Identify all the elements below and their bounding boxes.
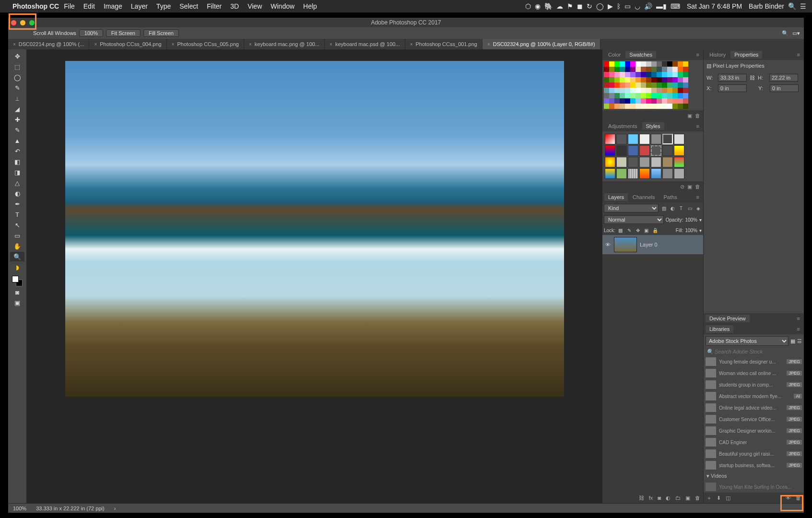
menu-3d[interactable]: 3D xyxy=(230,2,239,10)
document-tab[interactable]: ×keyboard mac.psd @ 100... xyxy=(325,39,405,49)
style-swatch[interactable] xyxy=(628,134,638,144)
library-item[interactable]: Graphic Designer workin...JPEG xyxy=(704,425,804,436)
filter-pixel-icon[interactable]: ▧ xyxy=(660,205,667,212)
x-value[interactable]: 0 in xyxy=(718,84,747,92)
list-view-icon[interactable]: ☰ xyxy=(797,338,802,344)
swatch[interactable] xyxy=(630,67,635,72)
menubar-datetime[interactable]: Sat Jan 7 6:48 PM xyxy=(687,2,742,10)
swatch[interactable] xyxy=(662,61,667,67)
new-layer-icon[interactable]: ▣ xyxy=(685,495,690,501)
height-value[interactable]: 22.22 in xyxy=(769,74,798,82)
delete-swatch-icon[interactable]: 🗑 xyxy=(695,113,700,118)
swatch[interactable] xyxy=(667,98,672,104)
style-swatch[interactable] xyxy=(616,168,627,179)
close-icon[interactable]: × xyxy=(410,42,413,47)
zoom-input[interactable]: 100% xyxy=(79,29,103,37)
swatch[interactable] xyxy=(614,61,620,67)
swatch[interactable] xyxy=(662,77,667,82)
quick-mask-icon[interactable]: ◙ xyxy=(10,287,24,297)
swatch[interactable] xyxy=(641,93,646,98)
battery-icon[interactable]: ▬▮ xyxy=(656,2,667,10)
panel-menu-icon[interactable]: ≡ xyxy=(795,316,802,321)
swatch[interactable] xyxy=(604,104,609,109)
document-tab[interactable]: ×Photoshop CCss_001.png xyxy=(405,39,482,49)
eyedropper-tool[interactable]: ◢ xyxy=(10,104,24,114)
swatch[interactable] xyxy=(667,93,672,98)
swatch[interactable] xyxy=(614,67,620,72)
swatch[interactable] xyxy=(630,72,635,77)
swatch[interactable] xyxy=(620,88,625,93)
style-swatch[interactable] xyxy=(628,145,638,156)
panel-menu-icon[interactable]: ≡ xyxy=(694,194,701,200)
properties-tab[interactable]: Properties xyxy=(730,51,762,59)
flag-icon[interactable]: ⚑ xyxy=(567,2,573,10)
swatch[interactable] xyxy=(620,82,625,88)
libraries-sync-icon[interactable]: ◫ xyxy=(726,495,730,501)
style-swatch[interactable] xyxy=(605,145,615,156)
fill-screen-button[interactable]: Fill Screen xyxy=(143,29,179,37)
swatch[interactable] xyxy=(625,77,630,82)
swatch[interactable] xyxy=(678,61,683,67)
swatch[interactable] xyxy=(625,61,630,67)
document-tab-active[interactable]: ×DSC02324.png @ 100% (Layer 0, RGB/8#) xyxy=(482,39,600,49)
swatch[interactable] xyxy=(662,104,667,109)
canvas-area[interactable] xyxy=(26,49,602,503)
style-swatch[interactable] xyxy=(662,134,673,144)
document-tab[interactable]: ×DSC02214.png @ 100% (... xyxy=(8,39,89,49)
adjustment-layer-icon[interactable]: ◐ xyxy=(666,495,671,501)
filter-shape-icon[interactable]: ▭ xyxy=(686,205,693,212)
swatch[interactable] xyxy=(672,72,678,77)
swatch[interactable] xyxy=(657,61,662,67)
fit-screen-button[interactable]: Fit Screen xyxy=(106,29,141,37)
swatch[interactable] xyxy=(657,88,662,93)
swatch[interactable] xyxy=(630,88,635,93)
swatch[interactable] xyxy=(683,82,688,88)
swatch[interactable] xyxy=(609,93,614,98)
style-swatch[interactable] xyxy=(651,145,661,156)
swatch[interactable] xyxy=(609,72,614,77)
keyboard-icon[interactable]: ⌨ xyxy=(671,2,680,10)
swatch[interactable] xyxy=(646,67,651,72)
delete-layer-icon[interactable]: 🗑 xyxy=(695,495,700,501)
grid-view-icon[interactable]: ▦ xyxy=(790,338,795,344)
airplay-icon[interactable]: ▭ xyxy=(624,2,631,10)
hand-tool[interactable]: ✋ xyxy=(10,241,24,251)
library-item[interactable]: Young female designer u...JPEG xyxy=(704,356,804,367)
swatch[interactable] xyxy=(625,67,630,72)
swatch[interactable] xyxy=(614,82,620,88)
swatch[interactable] xyxy=(662,82,667,88)
blend-mode-select[interactable]: Normal xyxy=(604,215,664,224)
swatch[interactable] xyxy=(683,104,688,109)
swatch[interactable] xyxy=(651,67,657,72)
gradient-tool[interactable]: ◨ xyxy=(10,167,24,177)
swatch[interactable] xyxy=(657,72,662,77)
swatch[interactable] xyxy=(657,98,662,104)
lock-paint-icon[interactable]: ✎ xyxy=(626,227,633,234)
style-swatch[interactable] xyxy=(674,134,684,144)
swatch[interactable] xyxy=(651,77,657,82)
swatch[interactable] xyxy=(657,93,662,98)
swatch[interactable] xyxy=(620,61,625,67)
swatch[interactable] xyxy=(646,104,651,109)
swatch[interactable] xyxy=(604,82,609,88)
swatch[interactable] xyxy=(646,98,651,104)
library-item[interactable]: Woman video call online ...JPEG xyxy=(704,367,804,379)
extra-tool[interactable]: ◗ xyxy=(10,262,24,272)
link-layers-icon[interactable]: ⛓ xyxy=(639,495,644,501)
layer-thumbnail[interactable] xyxy=(614,237,637,252)
style-swatch[interactable] xyxy=(662,157,673,167)
videos-section[interactable]: ▾ Videos xyxy=(704,471,804,481)
swatch[interactable] xyxy=(672,61,678,67)
swatch[interactable] xyxy=(604,98,609,104)
swatch[interactable] xyxy=(651,88,657,93)
workspace-switcher-icon[interactable]: ▭▾ xyxy=(792,30,800,36)
swatch[interactable] xyxy=(662,72,667,77)
library-item[interactable]: students group in comp...JPEG xyxy=(704,379,804,390)
style-swatch[interactable] xyxy=(651,168,661,179)
move-tool[interactable]: ✥ xyxy=(10,51,24,61)
swatch[interactable] xyxy=(672,67,678,72)
group-layers-icon[interactable]: 🗀 xyxy=(675,495,681,501)
library-search[interactable]: 🔍 Search Adobe Stock xyxy=(704,348,804,356)
swatch[interactable] xyxy=(625,98,630,104)
volume-icon[interactable]: 🔊 xyxy=(644,2,652,10)
